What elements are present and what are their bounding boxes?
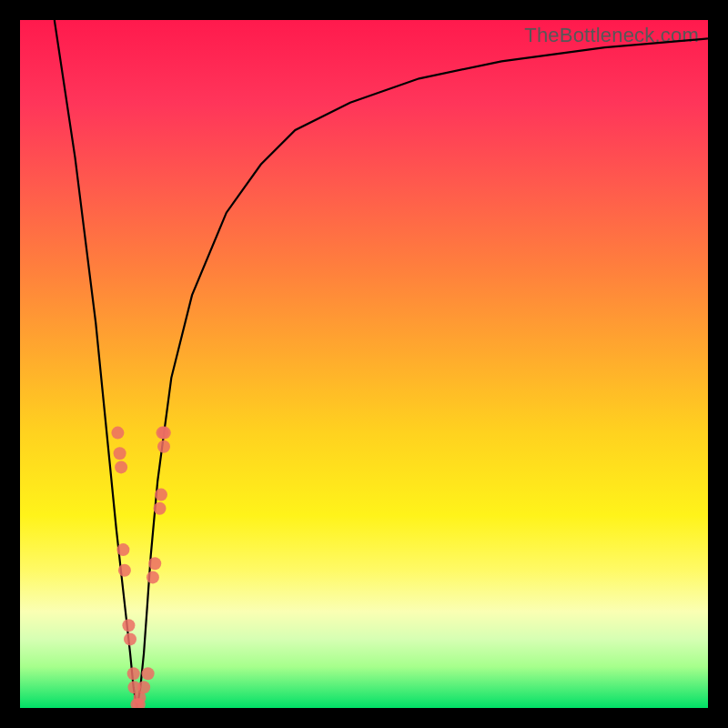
data-point (114, 447, 126, 460)
data-point (158, 427, 171, 440)
data-point (137, 681, 150, 693)
data-point (142, 667, 155, 680)
chart-frame: TheBottleneck.com (0, 0, 728, 728)
data-point (118, 564, 131, 577)
data-point (157, 440, 170, 453)
chart-svg (20, 20, 708, 708)
data-point (147, 571, 159, 583)
marker-group (111, 427, 170, 708)
data-point (155, 489, 167, 501)
plot-area: TheBottleneck.com (20, 20, 708, 708)
data-point (111, 427, 124, 440)
data-point (124, 632, 136, 645)
data-point (127, 667, 140, 680)
data-point (154, 502, 167, 515)
data-point (116, 543, 129, 556)
data-point (148, 557, 161, 570)
bottleneck-curve-line (55, 20, 708, 708)
data-point (122, 619, 135, 632)
data-point (115, 460, 127, 473)
